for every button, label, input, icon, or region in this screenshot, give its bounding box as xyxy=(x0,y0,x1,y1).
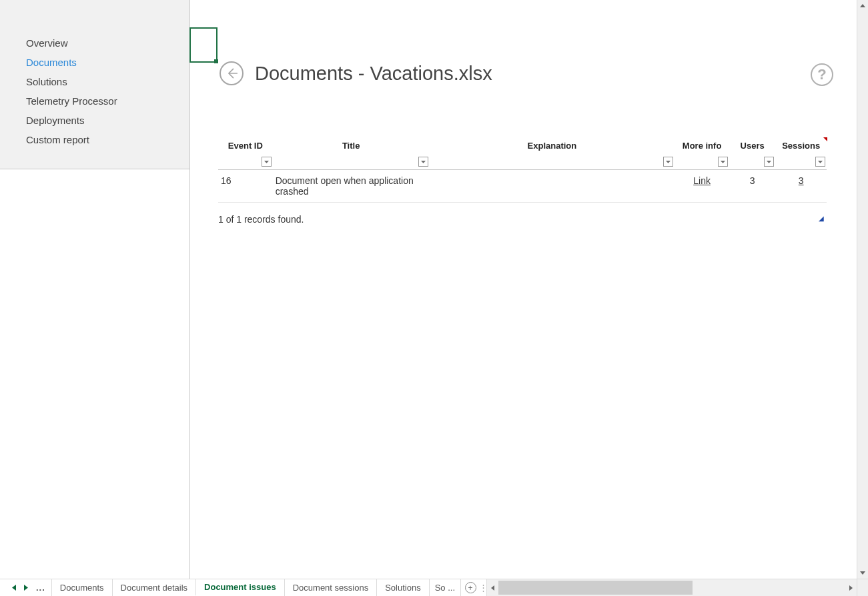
col-label-sessions: Sessions xyxy=(782,141,820,151)
page-header: Documents - Vacations.xlsx xyxy=(220,61,835,85)
scroll-right-button[interactable] xyxy=(845,579,857,596)
cell-title: Document open when application crashed xyxy=(273,170,430,203)
sheet-tab-documents[interactable]: Documents xyxy=(51,579,113,596)
filter-button-explanation[interactable] xyxy=(663,157,673,167)
cell-sessions: 3 xyxy=(775,170,827,203)
vertical-scroll-track[interactable] xyxy=(857,11,868,567)
help-button[interactable]: ? xyxy=(811,63,833,86)
app-root: Overview Documents Solutions Telemetry P… xyxy=(0,0,868,596)
col-header-more-info: More info xyxy=(675,138,729,170)
cell-fill-handle[interactable] xyxy=(214,59,218,63)
cell-explanation xyxy=(430,170,675,203)
sheet-tab-bar: ... Documents Document details Document … xyxy=(0,579,868,596)
table-row[interactable]: 16 Document open when application crashe… xyxy=(218,170,827,203)
sheet-tab-document-issues[interactable]: Document issues xyxy=(195,579,285,596)
sheet-nav-next[interactable] xyxy=(20,580,32,596)
issues-table: Event ID Title xyxy=(218,138,827,203)
more-info-link[interactable]: Link xyxy=(693,175,711,186)
main-content: Documents - Vacations.xlsx ? Event ID xyxy=(190,0,868,596)
horizontal-scrollbar[interactable] xyxy=(486,579,857,596)
chevron-down-icon xyxy=(721,161,725,163)
horizontal-scroll-thumb[interactable] xyxy=(498,581,693,595)
question-mark-icon: ? xyxy=(817,66,826,83)
workspace: Overview Documents Solutions Telemetry P… xyxy=(0,0,868,596)
scroll-up-button[interactable] xyxy=(857,0,868,11)
col-label-users: Users xyxy=(741,141,765,151)
filter-button-more-info[interactable] xyxy=(718,157,728,167)
chevron-down-icon xyxy=(767,161,771,163)
sheet-nav: ... xyxy=(0,579,49,596)
horizontal-scroll-track[interactable] xyxy=(498,579,845,596)
sheet-nav-menu[interactable]: ... xyxy=(32,583,49,593)
back-button[interactable] xyxy=(220,61,244,85)
plus-icon: + xyxy=(465,582,476,593)
chevron-down-icon xyxy=(818,161,823,163)
records-found-text: 1 of 1 records found. xyxy=(218,214,827,225)
chevron-down-icon xyxy=(421,161,426,163)
col-header-sessions: Sessions xyxy=(775,138,827,170)
cell-users: 3 xyxy=(729,170,775,203)
active-cell-indicator xyxy=(189,27,218,63)
vertical-scrollbar[interactable] xyxy=(857,0,868,579)
filter-button-title[interactable] xyxy=(418,157,428,167)
cell-event-id: 16 xyxy=(218,170,273,203)
page-title: Documents - Vacations.xlsx xyxy=(255,63,492,85)
col-header-event-id: Event ID xyxy=(218,138,273,170)
col-label-title: Title xyxy=(342,141,360,151)
sidebar-lower-fill xyxy=(0,169,190,579)
arrow-left-icon xyxy=(225,67,238,80)
sheet-nav-prev[interactable] xyxy=(8,580,20,596)
triangle-down-icon xyxy=(860,571,865,575)
sheet-tabs: Documents Document details Document issu… xyxy=(52,579,461,596)
table-resize-handle[interactable]: ◢ xyxy=(819,215,824,222)
col-header-users: Users xyxy=(729,138,775,170)
triangle-left-icon xyxy=(491,585,494,591)
issues-table-wrap: Event ID Title xyxy=(218,138,827,225)
sidebar-item-deployments[interactable]: Deployments xyxy=(0,111,189,130)
filter-button-users[interactable] xyxy=(764,157,774,167)
triangle-up-icon xyxy=(860,4,865,7)
filter-button-sessions[interactable] xyxy=(815,157,825,167)
scroll-left-button[interactable] xyxy=(487,579,498,596)
sheet-tab-document-details[interactable]: Document details xyxy=(112,579,196,596)
sidebar-item-custom-report[interactable]: Custom report xyxy=(0,130,189,149)
triangle-right-icon xyxy=(24,585,28,591)
sidebar-item-solutions[interactable]: Solutions xyxy=(0,72,189,91)
sheet-tab-solutions[interactable]: Solutions xyxy=(376,579,429,596)
col-header-title: Title xyxy=(273,138,430,170)
col-header-explanation: Explanation xyxy=(430,138,675,170)
col-label-more-info: More info xyxy=(683,141,722,151)
chevron-down-icon xyxy=(666,161,671,163)
col-label-explanation: Explanation xyxy=(528,141,577,151)
new-sheet-button[interactable]: + xyxy=(461,579,480,596)
cell-comment-indicator[interactable] xyxy=(823,137,827,141)
col-label-event-id: Event ID xyxy=(228,141,263,151)
sidebar-nav: Overview Documents Solutions Telemetry P… xyxy=(0,0,189,149)
sidebar-item-documents[interactable]: Documents xyxy=(0,53,189,72)
sidebar: Overview Documents Solutions Telemetry P… xyxy=(0,0,190,169)
tab-resize-handle[interactable]: ⋮ xyxy=(480,579,486,596)
sheet-tab-overflow[interactable]: So ... xyxy=(430,579,461,596)
scroll-down-button[interactable] xyxy=(857,567,868,579)
chevron-down-icon xyxy=(264,161,269,163)
sidebar-item-telemetry-processor[interactable]: Telemetry Processor xyxy=(0,91,189,111)
sheet-tab-document-sessions[interactable]: Document sessions xyxy=(284,579,377,596)
scrollbar-corner xyxy=(857,579,868,596)
filter-button-event-id[interactable] xyxy=(262,157,272,167)
sessions-link[interactable]: 3 xyxy=(799,175,804,186)
sidebar-item-overview[interactable]: Overview xyxy=(0,33,189,53)
triangle-left-icon xyxy=(12,585,16,591)
triangle-right-icon xyxy=(849,585,853,591)
cell-more-info: Link xyxy=(675,170,729,203)
